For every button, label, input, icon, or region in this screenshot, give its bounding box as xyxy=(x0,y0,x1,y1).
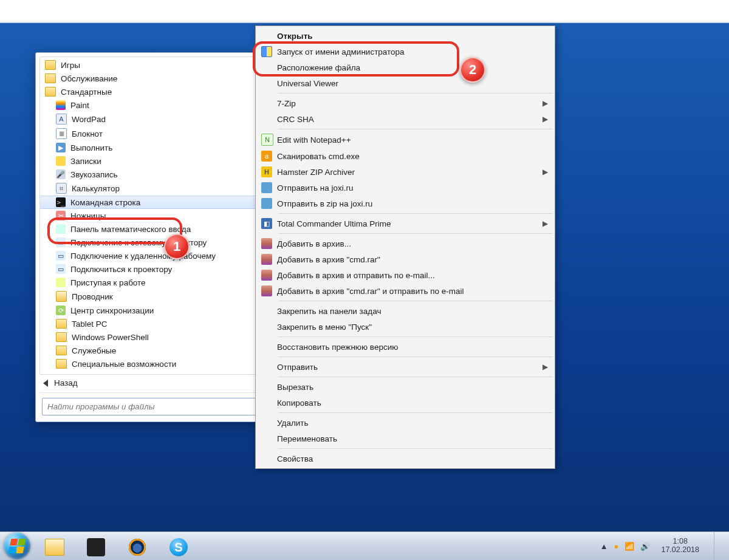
ctx-rename[interactable]: Переименовать xyxy=(256,431,554,446)
start-item-rdp[interactable]: ▭ Подключение к удаленному рабочему xyxy=(40,249,258,262)
start-item-explorer[interactable]: Проводник xyxy=(40,289,258,304)
folder-icon xyxy=(56,332,67,342)
annotation-badge-2: 2 xyxy=(460,57,485,83)
folder-icon xyxy=(56,319,67,329)
browser-top-whitespace xyxy=(0,0,729,22)
tray-volume-icon[interactable]: 🔊 xyxy=(640,542,650,551)
blank-icon xyxy=(261,361,272,372)
ctx-delete[interactable]: Удалить xyxy=(256,415,554,431)
calc-icon: ⌗ xyxy=(56,183,67,194)
start-item-cmd[interactable]: >_ Командная строка xyxy=(40,196,258,209)
separator xyxy=(278,336,553,337)
panda-icon xyxy=(87,538,105,556)
start-folder-easeofaccess[interactable]: Специальные возможности xyxy=(40,357,258,370)
separator xyxy=(278,129,553,129)
hamster-icon: H xyxy=(261,166,272,177)
ctx-properties[interactable]: Свойства xyxy=(256,451,554,466)
item-label: Выполнить xyxy=(70,143,112,152)
start-item-calculator[interactable]: ⌗ Калькулятор xyxy=(40,181,258,196)
taskbar-firefox[interactable] xyxy=(118,535,157,559)
ctx-run-as-admin[interactable]: Запуск от имени администратора xyxy=(256,44,554,60)
ctx-label: Добавить в архив и отправить по e-mail..… xyxy=(277,271,539,280)
item-label: Подключение к удаленному рабочему xyxy=(70,251,216,261)
taskbar-clock[interactable]: 1:08 17.02.2018 xyxy=(656,538,704,555)
start-folder-maintenance[interactable]: Обслуживание xyxy=(40,72,258,85)
ctx-rar-addnamemail[interactable]: Добавить в архив "cmd.rar" и отправить п… xyxy=(256,283,554,299)
ctx-sendto[interactable]: Отправить ▶ xyxy=(256,359,554,375)
ctx-avast-scan[interactable]: a Сканировать cmd.exe xyxy=(256,148,554,164)
ctx-label: Удалить xyxy=(277,418,539,428)
show-desktop-button[interactable] xyxy=(714,532,722,560)
start-item-stickynotes[interactable]: Записки xyxy=(40,154,258,168)
ctx-restore-version[interactable]: Восстановить прежнюю версию xyxy=(256,339,554,355)
start-item-notepad[interactable]: ≣ Блокнот xyxy=(40,126,258,141)
start-item-mathinput[interactable]: Панель математического ввода xyxy=(40,222,258,236)
start-item-wordpad[interactable]: A WordPad xyxy=(40,112,258,126)
item-label: Панель математического ввода xyxy=(70,225,191,234)
ctx-crcsha[interactable]: CRC SHA ▶ xyxy=(256,111,554,127)
blank-icon xyxy=(261,62,272,73)
start-back-button[interactable]: Назад xyxy=(39,375,258,389)
start-folder-powershell[interactable]: Windows PowerShell xyxy=(40,330,258,344)
cmd-icon: >_ xyxy=(56,197,66,207)
scissors-icon: ✂ xyxy=(56,211,66,220)
ctx-joxi-zip[interactable]: Отправить в zip на joxi.ru xyxy=(256,196,554,211)
item-label: Калькулятор xyxy=(72,184,120,193)
start-item-gettingstarted[interactable]: Приступая к работе xyxy=(40,276,258,289)
start-item-run[interactable]: ▶ Выполнить xyxy=(40,141,258,154)
back-arrow-icon xyxy=(43,380,48,387)
start-item-paint[interactable]: Paint xyxy=(40,98,258,112)
explorer-icon xyxy=(56,291,67,302)
ctx-copy[interactable]: Копировать xyxy=(256,395,554,411)
ctx-label: Расположение файла xyxy=(277,63,539,72)
ctx-file-location[interactable]: Расположение файла xyxy=(256,60,554,75)
start-folder-games[interactable]: Игры xyxy=(40,58,258,72)
ctx-label: Добавить в архив "cmd.rar" xyxy=(277,255,539,264)
ctx-joxi-send[interactable]: Отправить на joxi.ru xyxy=(256,180,554,196)
submenu-arrow-icon: ▶ xyxy=(539,219,550,228)
blank-icon xyxy=(261,114,272,125)
start-folder-tabletpc[interactable]: Tablet PC xyxy=(40,317,258,330)
ctx-rar-add[interactable]: Добавить в архив... xyxy=(256,236,554,251)
ctx-pin-taskbar[interactable]: Закрепить на панели задач xyxy=(256,303,554,319)
folder-label: Стандартные xyxy=(61,87,112,97)
start-item-snippingtool[interactable]: ✂ Ножницы xyxy=(40,209,258,222)
start-item-projector[interactable]: ▭ Подключиться к проектору xyxy=(40,262,258,276)
ctx-rar-addname[interactable]: Добавить в архив "cmd.rar" xyxy=(256,251,554,267)
tray-network-icon[interactable]: 📶 xyxy=(625,542,634,551)
avast-icon: a xyxy=(261,151,272,162)
sync-icon: ⟳ xyxy=(56,306,66,315)
taskbar-explorer[interactable] xyxy=(35,535,74,559)
start-search-input[interactable] xyxy=(42,398,256,415)
ctx-pin-start[interactable]: Закрепить в меню "Пуск" xyxy=(256,319,554,335)
separator xyxy=(278,377,553,377)
blank-icon xyxy=(261,433,272,444)
ctx-universal-viewer[interactable]: Universal Viewer xyxy=(256,75,554,91)
ctx-rar-addmail[interactable]: Добавить в архив и отправить по e-mail..… xyxy=(256,267,554,283)
tray-chevron-icon[interactable]: ▲ xyxy=(600,542,608,551)
ctx-totalcommander[interactable]: ◧ Total Commander Ultima Prime ▶ xyxy=(256,216,554,231)
ctx-label: Восстановить прежнюю версию xyxy=(277,343,539,352)
item-label: Подключиться к проектору xyxy=(70,265,172,274)
start-folder-accessories[interactable]: Стандартные xyxy=(40,85,258,98)
start-item-soundrecorder[interactable]: 🎤 Звукозапись xyxy=(40,168,258,181)
start-item-netprojector[interactable]: ▭ Подключение к сетевому проектору xyxy=(40,236,258,249)
folder-icon xyxy=(56,359,67,369)
taskbar-skype[interactable]: S xyxy=(159,535,198,559)
ctx-edit-notepadpp[interactable]: N Edit with Notepad++ xyxy=(256,131,554,148)
winrar-icon xyxy=(261,238,272,249)
folder-icon xyxy=(56,346,67,355)
taskbar-panda[interactable] xyxy=(77,535,115,559)
ctx-7zip[interactable]: 7-Zip ▶ xyxy=(256,95,554,111)
totalcommander-icon: ◧ xyxy=(261,218,272,229)
ctx-cut[interactable]: Вырезать xyxy=(256,379,554,395)
start-item-synccenter[interactable]: ⟳ Центр синхронизации xyxy=(40,304,258,317)
start-folder-systemtools[interactable]: Служебные xyxy=(40,344,258,357)
ctx-hamster-zip[interactable]: H Hamster ZIP Archiver ▶ xyxy=(256,164,554,180)
start-menu-programs-list[interactable]: Игры Обслуживание Стандартные Paint A Wo… xyxy=(39,56,258,375)
ctx-open[interactable]: Открыть xyxy=(256,28,554,44)
ctx-label: Закрепить на панели задач xyxy=(277,307,539,316)
start-button[interactable] xyxy=(4,533,30,559)
tray-avast-icon[interactable]: ● xyxy=(614,542,619,551)
winrar-icon xyxy=(261,254,272,265)
